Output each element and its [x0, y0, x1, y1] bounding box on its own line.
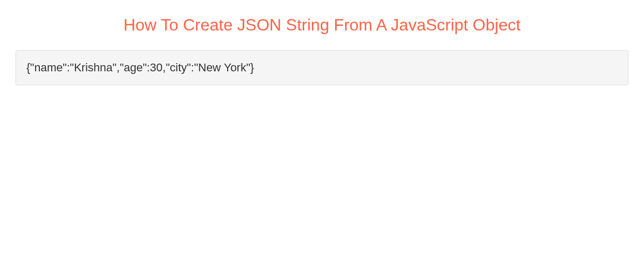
json-output: {"name":"Krishna","age":30,"city":"New Y…	[26, 61, 254, 74]
code-block: {"name":"Krishna","age":30,"city":"New Y…	[16, 50, 628, 85]
page-title: How To Create JSON String From A JavaScr…	[10, 16, 634, 35]
